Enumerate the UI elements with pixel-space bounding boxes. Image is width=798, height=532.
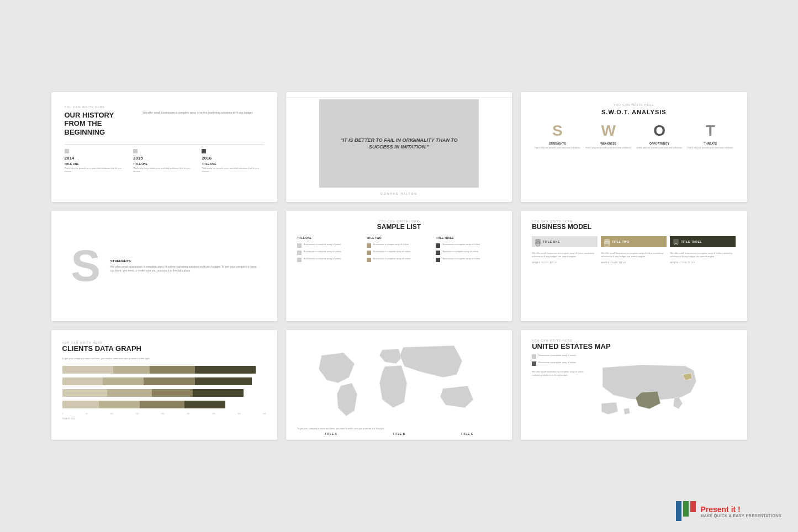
bar-seg bbox=[107, 389, 152, 397]
bm-tab-2: TITLE TWO bbox=[601, 236, 667, 247]
history-slide: YOU CAN WRITE HERE OUR HISTORY FROM THE … bbox=[51, 92, 277, 203]
bar-seg bbox=[62, 366, 113, 374]
bm-col-3: We offer small businesses a complete arr… bbox=[670, 252, 736, 264]
timeline-label-2: TITLE ONE bbox=[133, 162, 195, 166]
bar-seg bbox=[103, 377, 144, 385]
timeline-label-1: TITLE ONE bbox=[65, 162, 126, 166]
list-col-1: TITLE ONE Businesses a complete array of… bbox=[297, 236, 362, 264]
list-bullet-8 bbox=[436, 251, 440, 255]
swot-title: S.W.O.T. ANALYSIS bbox=[532, 109, 736, 115]
bar-chart bbox=[62, 366, 266, 408]
timeline-text-3: That's why we provide point and click so… bbox=[202, 167, 263, 173]
list-col-3: TITLE THREE Businesses a complete array … bbox=[436, 236, 501, 264]
slide-grid: YOU CAN WRITE HERE OUR HISTORY FROM THE … bbox=[51, 92, 747, 440]
swot-item-3: OPPORTUNITY That's why we provide point … bbox=[634, 142, 685, 149]
swot-o: O bbox=[634, 122, 685, 140]
svg-point-0 bbox=[536, 242, 540, 246]
swot-letters: S W O T bbox=[532, 122, 736, 140]
legend-box-2 bbox=[532, 361, 536, 366]
svg-rect-1 bbox=[605, 242, 609, 246]
bar-seg bbox=[62, 401, 99, 408]
logo-area: Present it ! MAKE QUICK & EASY PRESENTAT… bbox=[676, 501, 781, 521]
strengths-text: We offer small businesses a complete arr… bbox=[110, 265, 257, 273]
timeline-text-1: That's why we provide point and click so… bbox=[65, 167, 126, 173]
bar-seg bbox=[99, 401, 140, 408]
chart-title: YOUR TITLE bbox=[62, 417, 266, 420]
bar-seg bbox=[62, 377, 103, 385]
swot-slide: YOU CAN WRITE HERE S.W.O.T. ANALYSIS S W… bbox=[521, 92, 747, 203]
map-title-a: TITLE A bbox=[325, 432, 337, 435]
business-model-title: BUSINESS MODEL bbox=[532, 223, 736, 231]
list-bullet-4 bbox=[367, 243, 371, 248]
map-title-b: TITLE B bbox=[393, 432, 405, 435]
timeline-year-3: 2016 bbox=[202, 156, 263, 161]
list-bullet-9 bbox=[436, 258, 440, 262]
usa-map-legend: Businesses a complete array of online. B… bbox=[532, 354, 593, 422]
timeline-year-2: 2015 bbox=[133, 156, 195, 161]
chart-axis: 0 50 100 150 200 250 300 350 400 bbox=[62, 413, 266, 415]
usa-map-title: UNITED ESTATES MAP bbox=[532, 342, 736, 351]
bar-seg bbox=[62, 389, 107, 397]
bm-tab-icon-3 bbox=[673, 239, 679, 244]
logo-text: Present it ! MAKE QUICK & EASY PRESENTAT… bbox=[700, 505, 781, 518]
bar-row-3 bbox=[62, 389, 266, 397]
timeline-year-1: 2014 bbox=[65, 156, 126, 161]
bar-seg bbox=[184, 401, 225, 408]
swot-s: S bbox=[532, 122, 583, 140]
bar-seg bbox=[152, 389, 193, 397]
legend-box-1 bbox=[532, 354, 536, 359]
list-columns: TITLE ONE Businesses a complete array of… bbox=[297, 236, 501, 264]
list-bullet-1 bbox=[297, 243, 302, 248]
timeline-dot-2 bbox=[133, 149, 138, 153]
logo-icon bbox=[676, 501, 696, 521]
history-subtitle: We offer small businesses a complete arr… bbox=[143, 111, 264, 115]
usa-map-content: Businesses a complete array of online. B… bbox=[532, 354, 736, 422]
data-graph-desc: To get your company's name out there, yo… bbox=[62, 357, 266, 360]
swot-t: T bbox=[685, 122, 736, 140]
svg-rect-3 bbox=[683, 501, 689, 517]
strengths-label: STRENGHTS bbox=[110, 259, 257, 263]
bm-tab-1: TITLE ONE bbox=[532, 236, 598, 247]
strengths-slide: S STRENGHTS We offer small businesses a … bbox=[51, 211, 277, 321]
bm-tab-3: TITLE THREE bbox=[670, 236, 736, 247]
swot-item-2: WEAKNESS That's why we provide point and… bbox=[583, 142, 634, 149]
logo-main-text: Present it ! bbox=[700, 505, 781, 514]
list-bullet-7 bbox=[436, 243, 440, 248]
timeline-item-1: 2014 TITLE ONE That's why we provide poi… bbox=[65, 149, 126, 173]
list-bullet-3 bbox=[297, 258, 302, 262]
history-title: OUR HISTORY FROM THE BEGINNING bbox=[65, 111, 136, 137]
bar-seg bbox=[193, 389, 244, 397]
bar-seg bbox=[195, 366, 256, 374]
world-map-desc: To get your company's name out there, yo… bbox=[297, 427, 501, 430]
usa-map-visual bbox=[597, 354, 736, 422]
timeline-text-2: That's why we provide point and click so… bbox=[133, 167, 195, 173]
bar-seg bbox=[195, 377, 252, 385]
bar-row-1 bbox=[62, 366, 266, 374]
timeline-item-2: 2015 TITLE ONE That's why we provide poi… bbox=[133, 149, 195, 173]
list-item: Businesses a complete array of online. bbox=[297, 243, 362, 248]
svg-rect-4 bbox=[690, 501, 696, 512]
list-item: Businesses a complete array of online. bbox=[297, 257, 362, 262]
list-item: Businesses a complete array of online. bbox=[367, 250, 432, 255]
list-bullet-2 bbox=[297, 251, 302, 255]
usa-svg bbox=[597, 354, 707, 420]
legend-item-1: Businesses a complete array of online. bbox=[532, 354, 593, 359]
world-map-area bbox=[297, 339, 501, 427]
list-col-2: TITLE TWO Businesses a sample array of o… bbox=[367, 236, 432, 264]
bar-seg bbox=[113, 366, 150, 374]
timeline-dot-1 bbox=[65, 149, 69, 153]
data-graph-slide: YOU CAN WRITE HERE CLIENTS DATA GRAPH To… bbox=[51, 330, 277, 440]
swot-item-1: STRENGHTS That's why we provide point an… bbox=[532, 142, 583, 149]
map-title-c: TITLE C bbox=[461, 432, 473, 435]
timeline-dot-3 bbox=[202, 149, 206, 153]
bm-tab-label-3: TITLE THREE bbox=[681, 240, 702, 243]
you-can-write-3: YOU CAN WRITE HERE bbox=[532, 103, 736, 107]
svg-rect-2 bbox=[676, 501, 681, 521]
bar-seg bbox=[144, 377, 194, 385]
list-item: Businesses a complete array of online. bbox=[436, 257, 501, 262]
world-map-slide: To get your company's name out there, yo… bbox=[286, 330, 512, 440]
usa-map-slide: YOU CAN WRITE HERE UNITED ESTATES MAP Bu… bbox=[521, 330, 747, 440]
big-s-letter: S bbox=[71, 244, 101, 288]
quote-text: "IT IS BETTER TO FAIL IN ORIGINALITY THA… bbox=[330, 137, 468, 151]
bm-col-1: We offer small businesses a complete arr… bbox=[532, 252, 598, 264]
